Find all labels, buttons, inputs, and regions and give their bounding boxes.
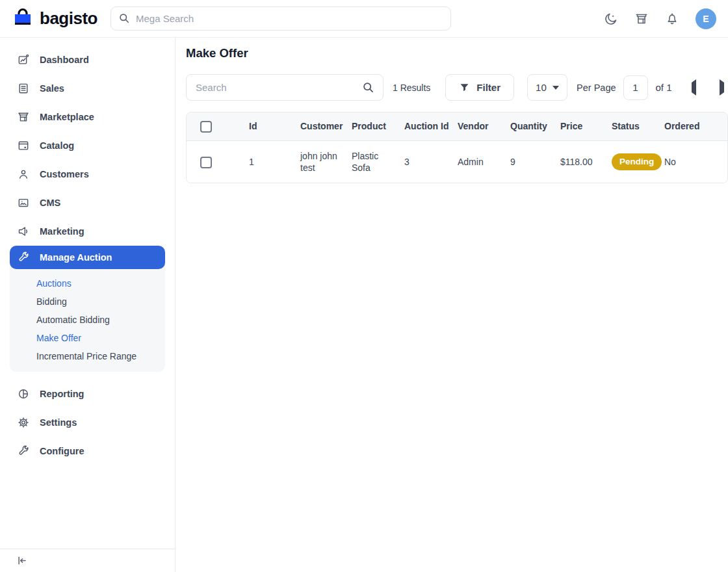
sidebar-item-manage-auction[interactable]: Manage Auction [10,246,165,269]
page-title: Make Offer [186,46,728,61]
col-header-status: Status [612,120,664,132]
next-page-button[interactable] [716,79,728,96]
grid-search-input[interactable] [186,74,384,101]
store-icon[interactable] [634,12,649,26]
customers-icon [17,168,30,181]
col-header-auction-id: Auction Id [404,120,458,132]
cell-auction-id: 3 [404,156,458,168]
sidebar-item-settings[interactable]: Settings [0,408,175,437]
moon-icon[interactable] [604,12,618,26]
wrench-icon [17,445,30,458]
select-all-checkbox[interactable] [200,121,212,133]
table-row: 1 john john test Plastic Sofa 3 Admin 9 … [187,141,727,183]
catalog-icon [17,139,30,152]
brand-name: bagisto [40,8,98,29]
cell-vendor: Admin [458,156,510,168]
top-header: bagisto E [0,0,728,38]
col-header-id: Id [249,120,300,132]
sales-icon [17,82,30,95]
results-count: 1 Results [393,83,430,93]
col-header-vendor: Vendor [458,120,510,132]
avatar[interactable]: E [696,8,716,29]
make-offer-table: Id Customer Product Auction Id Vendor Qu… [186,112,728,183]
search-icon [361,81,375,94]
table-header-row: Id Customer Product Auction Id Vendor Qu… [187,112,727,141]
sidebar: Dashboard Sales Marketplace Catalog [0,38,176,572]
sidebar-item-catalog[interactable]: Catalog [0,131,175,160]
sidebar-item-configure[interactable]: Configure [0,437,175,465]
col-header-price: Price [560,120,612,132]
per-page-select[interactable]: 10 [527,74,567,101]
sidebar-item-reporting[interactable]: Reporting [0,380,175,408]
manage-auction-group: Manage Auction Auctions Bidding Automati… [10,246,165,372]
page-number-input[interactable] [623,75,648,100]
col-header-ordered: Ordered [664,120,727,132]
sidebar-item-cms[interactable]: CMS [0,188,175,217]
megaphone-icon [17,225,30,238]
sidebar-item-customers[interactable]: Customers [0,160,175,188]
sidebar-subitem-auctions[interactable]: Auctions [10,274,165,292]
grid-search [186,74,384,101]
mega-search-input[interactable] [110,6,451,31]
filter-button[interactable]: Filter [445,74,514,101]
sidebar-subitem-automatic-bidding[interactable]: Automatic Bidding [10,311,165,329]
cell-price: $118.00 [560,156,612,168]
caret-left-icon [692,79,696,96]
gear-icon [17,416,30,429]
storefront-icon [17,110,30,124]
image-icon [17,196,30,209]
sidebar-item-marketing[interactable]: Marketing [0,217,175,246]
mega-search [110,6,451,31]
bag-logo-icon [12,8,34,30]
sidebar-item-marketplace[interactable]: Marketplace [0,103,175,131]
bell-icon[interactable] [665,12,679,26]
funnel-icon [459,82,470,93]
sidebar-subitem-make-offer[interactable]: Make Offer [10,329,165,347]
chevron-down-icon [552,86,559,90]
cell-customer: john john test [300,150,352,174]
sidebar-subitem-incremental-price-range[interactable]: Incremental Price Range [10,347,165,365]
datagrid-toolbar: 1 Results Filter 10 Per Page of 1 [186,74,728,101]
col-header-product: Product [352,120,404,132]
cell-id: 1 [249,156,300,168]
cell-quantity: 9 [510,156,560,168]
top-actions: E [604,8,716,29]
col-header-quantity: Quantity [510,120,560,132]
collapse-left-icon[interactable] [16,554,28,567]
brand-logo[interactable]: bagisto [12,8,98,30]
col-header-customer: Customer [300,120,352,132]
previous-page-button[interactable] [688,79,700,96]
pie-chart-icon [17,387,30,400]
wrench-icon [17,251,30,264]
sidebar-item-sales[interactable]: Sales [0,74,175,103]
sidebar-collapse-bar [0,549,175,572]
main-content: Make Offer 1 Results Filter [176,38,728,572]
cell-product: Plastic Sofa [352,150,404,174]
sidebar-item-dashboard[interactable]: Dashboard [0,46,175,74]
dashboard-icon [17,53,30,66]
caret-right-icon [720,79,724,96]
per-page-label: Per Page [577,83,616,93]
sidebar-subitem-bidding[interactable]: Bidding [10,292,165,311]
row-checkbox[interactable] [200,157,212,168]
cell-ordered: No [664,156,727,168]
status-badge: Pending [612,153,662,170]
page-of-label: of 1 [656,82,672,93]
search-icon [118,12,131,25]
